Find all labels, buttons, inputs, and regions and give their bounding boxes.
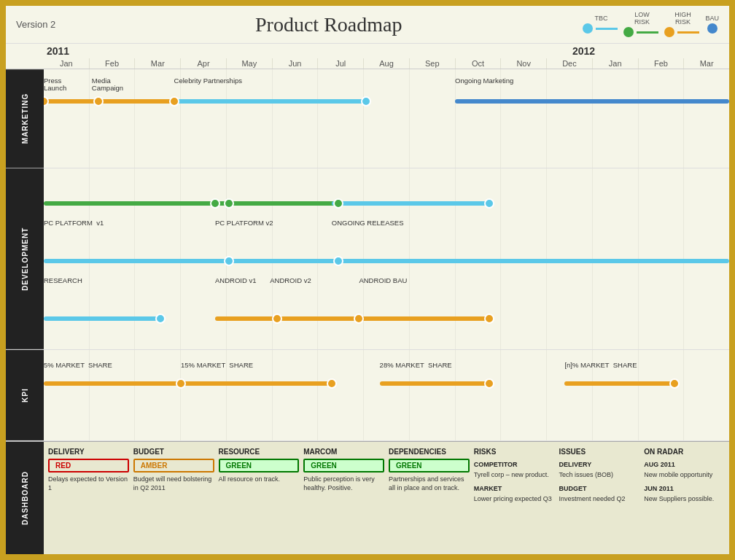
gantt-bar-2	[174, 99, 366, 104]
dash-col-delivery: DELIVERYREDDelays expected to Version 1	[48, 448, 129, 548]
dash-text-1: Budget will need bolstering in Q2 2011	[133, 475, 214, 492]
bar-label-4: PC PLATFORM v2	[215, 219, 273, 227]
development-row: DEVELOPMENT MOBILE WEB v1MOBILE WEB v2RI…	[6, 168, 729, 350]
gantt-dot-end-0	[224, 198, 234, 209]
gantt-dot-end-0	[93, 96, 104, 106]
low-risk-line	[637, 31, 658, 34]
dash-subtext-7-1: JUN 2011	[644, 485, 725, 492]
dash-col-risks: RISKSCOMPETITORTyrell corp – new product…	[474, 448, 555, 548]
month-cell-may: May	[227, 58, 273, 69]
legend-low-risk: LOWRISK	[623, 12, 660, 38]
dash-col-resource: RESOURCEGREENAll resource on track.	[219, 448, 300, 548]
legend-high-risk: HIGHRISK	[664, 12, 701, 38]
grid-col	[273, 350, 319, 440]
grid-col	[135, 350, 181, 440]
status-badge-1: AMBER	[133, 459, 214, 472]
gantt-dot-end-4	[333, 256, 343, 266]
month-cell-mar: Mar	[684, 58, 729, 69]
gantt-dot-end-3	[224, 256, 234, 266]
development-content: MOBILE WEB v1MOBILE WEB v2RICH MOBILE WE…	[44, 168, 729, 349]
dash-subtext-6-1: BUDGET	[559, 485, 640, 492]
gantt-dot-end-1	[169, 96, 179, 106]
gantt-bar-9	[359, 316, 489, 321]
month-cell-jul: Jul	[318, 58, 364, 69]
low-risk-dot	[623, 27, 634, 37]
gantt-dot-end-2	[484, 198, 494, 209]
dashboard-content: DELIVERYREDDelays expected to Version 1B…	[44, 442, 729, 554]
grid-col	[318, 350, 364, 440]
gantt-dot-end-1	[333, 198, 343, 209]
timeline-header: 2011 2012 JanFebMarAprMayJunJulAugSepOct…	[6, 44, 729, 69]
month-cell-dec: Dec	[547, 58, 593, 69]
dash-title-3: MARCOM	[303, 448, 384, 456]
gantt-bar-0	[44, 381, 181, 386]
high-risk-line	[677, 31, 699, 34]
bar-label-0: MOBILE WEB v1	[44, 168, 97, 169]
bar-label-1: Media Campaign	[92, 77, 123, 93]
gantt-dot-end-2	[484, 378, 494, 389]
marketing-label: MARKETING	[6, 69, 44, 168]
gantt-dot-end-1	[327, 378, 337, 389]
grid-col	[639, 69, 685, 168]
kpi-label: KPI	[6, 350, 44, 440]
high-risk-dot	[664, 27, 674, 37]
dashboard-section: DASHBOARD DELIVERYREDDelays expected to …	[6, 441, 729, 554]
grid-col	[318, 69, 364, 168]
marketing-row: MARKETING Press LaunchMedia CampaignCele…	[6, 69, 729, 168]
dash-text-2: All resource on track.	[219, 475, 300, 484]
gantt-bar-7	[215, 316, 277, 321]
bar-label-0: 5% MARKET SHARE	[44, 362, 112, 369]
gantt-bar-2	[380, 381, 489, 386]
grid-col	[364, 69, 410, 168]
dash-title-1: BUDGET	[133, 448, 214, 456]
status-badge-2: GREEN	[219, 459, 300, 472]
status-badge-3: GREEN	[303, 459, 384, 472]
dash-subtext-6-0: DELIVERY	[559, 461, 640, 468]
gantt-bar-0	[44, 201, 229, 206]
gantt-dot-end-8	[354, 314, 364, 324]
gantt-dot-end-0	[176, 378, 186, 389]
version-label: Version 2	[16, 19, 74, 30]
dash-col-dependencies: DEPENDENCIESGREENPartnerships and servic…	[389, 448, 470, 548]
gantt-bar-1	[181, 381, 332, 386]
dash-text-4: Partnerships and services all in place a…	[389, 475, 470, 492]
dash-text-0: Delays expected to Version 1	[48, 475, 129, 492]
bar-label-5: ONGOING RELEASES	[332, 219, 404, 227]
bar-label-1: 15% MARKET SHARE	[181, 362, 253, 369]
dash-item-text-7-1: New Suppliers possible.	[644, 495, 725, 504]
dash-subtext-5-0: COMPETITOR	[474, 461, 555, 468]
page-title: Product Roadmap	[74, 13, 583, 36]
month-cell-jun: Jun	[273, 58, 319, 69]
month-cell-aug: Aug	[364, 58, 410, 69]
dash-item-text-6-0: Tech issues (BOB)	[559, 471, 640, 480]
grid-col	[273, 69, 319, 168]
legend-bau: BAU	[705, 15, 719, 34]
month-cell-mar: Mar	[135, 58, 181, 69]
status-badge-4: GREEN	[389, 459, 470, 472]
marketing-grid	[44, 69, 729, 168]
grid-col	[456, 350, 502, 440]
dash-item-text-7-0: New mobile opportunity	[644, 471, 725, 480]
bar-label-7: ANDROID v1	[215, 277, 256, 284]
gantt-bar-3	[455, 99, 729, 104]
grid-col	[684, 69, 729, 168]
grid-col	[501, 350, 547, 440]
dash-title-7: ON RADAR	[644, 448, 725, 456]
gantt-bar-5	[332, 259, 729, 263]
status-badge-0: RED	[48, 459, 129, 472]
year-2011: 2011	[44, 45, 569, 57]
month-cell-feb: Feb	[639, 58, 685, 69]
month-cell-oct: Oct	[456, 58, 502, 69]
month-cell-apr: Apr	[181, 58, 227, 69]
month-cell-nov: Nov	[501, 58, 547, 69]
gantt-dot-end-6	[155, 314, 166, 324]
legend-tbc: TBC	[583, 15, 619, 34]
bar-label-9: ANDROID BAU	[359, 277, 407, 284]
gantt-dot-end-3	[669, 378, 680, 389]
month-cell-jan: Jan	[593, 58, 639, 69]
bar-label-8: ANDROID v2	[270, 277, 311, 284]
bar-label-0: Press Launch	[44, 77, 66, 93]
dashboard-label: DASHBOARD	[6, 442, 44, 554]
main-content: MARKETING Press LaunchMedia CampaignCele…	[6, 69, 729, 554]
gantt-bar-3	[564, 381, 674, 386]
